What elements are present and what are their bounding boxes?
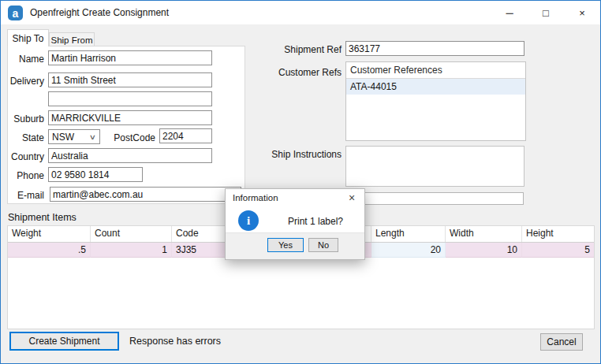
name-field[interactable]: [48, 50, 212, 65]
delivery-line1-field[interactable]: [48, 72, 212, 87]
customer-refs-list[interactable]: Customer References ATA-44015: [345, 61, 526, 141]
create-shipment-label: Create Shipment: [28, 336, 99, 347]
dialog-footer: Yes No: [226, 232, 364, 259]
email-field[interactable]: [50, 187, 241, 202]
create-shipment-button[interactable]: Create Shipment: [9, 332, 119, 351]
state-label: State: [7, 132, 44, 144]
col-header-weight[interactable]: Weight: [8, 226, 91, 242]
tab-ship-from-label: Ship From: [50, 35, 92, 45]
info-icon-glyph: i: [247, 214, 250, 228]
minimize-icon: ─: [506, 7, 513, 19]
phone-field[interactable]: [48, 167, 143, 182]
item-length-cell[interactable]: 20: [371, 243, 446, 258]
tab-ship-from[interactable]: Ship From: [49, 32, 95, 46]
information-dialog: Information × i Print 1 label? Yes No: [225, 188, 365, 260]
chevron-down-icon: ∨: [89, 133, 96, 141]
info-icon: i: [238, 210, 259, 231]
app-window: a Openfreight Create Consignment ─ □ × S…: [0, 0, 601, 364]
cancel-button[interactable]: Cancel: [540, 333, 583, 351]
ship-instructions-label: Ship Instructions: [261, 148, 342, 161]
country-field[interactable]: [48, 148, 212, 163]
no-button[interactable]: No: [308, 238, 338, 252]
name-label: Name: [7, 53, 44, 65]
ship-instructions-field[interactable]: [345, 146, 524, 187]
item-height-cell[interactable]: 5: [522, 243, 594, 258]
col-header-length[interactable]: Length: [371, 226, 446, 242]
shipment-ref-label: Shipment Ref: [261, 43, 342, 56]
yes-label: Yes: [278, 240, 293, 250]
logo-glyph: a: [13, 7, 19, 20]
response-status-text: Response has errors: [129, 336, 221, 347]
dialog-close-button[interactable]: ×: [343, 191, 360, 205]
customer-ref-item[interactable]: ATA-44015: [346, 79, 525, 95]
maximize-button[interactable]: □: [528, 1, 564, 24]
no-label: No: [318, 240, 329, 250]
postcode-field[interactable]: [159, 128, 212, 143]
openfreight-logo-icon: a: [8, 6, 23, 20]
close-button[interactable]: ×: [564, 1, 600, 24]
phone-label: Phone: [7, 169, 44, 182]
close-icon: ×: [579, 7, 585, 19]
minimize-button[interactable]: ─: [491, 1, 528, 24]
col-header-height[interactable]: Height: [522, 226, 594, 242]
delivery-line2-field[interactable]: [48, 91, 212, 106]
window-controls: ─ □ ×: [491, 1, 600, 24]
col-header-count[interactable]: Count: [91, 226, 172, 242]
titlebar: a Openfreight Create Consignment ─ □ ×: [1, 1, 600, 24]
shipment-items-section-label: Shipment Items: [8, 212, 77, 223]
col-header-width[interactable]: Width: [446, 226, 522, 242]
suburb-field[interactable]: [48, 110, 212, 125]
state-select[interactable]: NSW ∨: [48, 129, 100, 144]
maximize-icon: □: [543, 7, 549, 19]
state-selected-value: NSW: [52, 132, 74, 143]
extra-ref-field[interactable]: [345, 192, 524, 205]
window-title: Openfreight Create Consignment: [30, 7, 169, 18]
tab-ship-to[interactable]: Ship To: [7, 29, 49, 46]
email-label: E-mail: [7, 189, 44, 202]
tab-ship-to-label: Ship To: [13, 33, 44, 44]
dialog-message: Print 1 label?: [288, 216, 343, 227]
item-count-cell[interactable]: 1: [91, 243, 172, 258]
customer-refs-label: Customer Refs: [261, 66, 342, 79]
dialog-title: Information: [233, 193, 278, 202]
yes-button[interactable]: Yes: [267, 238, 304, 252]
suburb-label: Suburb: [7, 113, 44, 125]
delivery-label: Delivery: [7, 75, 44, 87]
cancel-label: Cancel: [547, 336, 576, 347]
item-weight-cell[interactable]: .5: [8, 243, 91, 258]
postcode-label: PostCode: [108, 132, 155, 144]
dialog-close-icon: ×: [349, 191, 355, 204]
customer-refs-header: Customer References: [346, 62, 525, 79]
shipment-ref-field[interactable]: [345, 41, 524, 56]
country-label: Country: [7, 150, 44, 163]
item-width-cell[interactable]: 10: [446, 243, 522, 258]
